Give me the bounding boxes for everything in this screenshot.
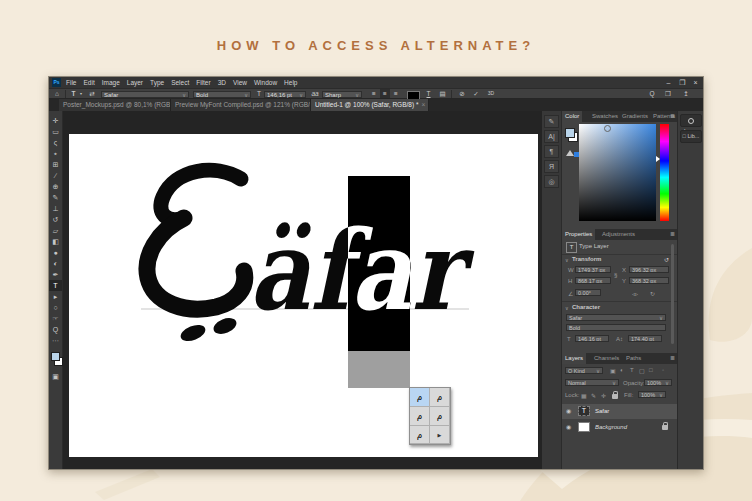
character-section-title[interactable]: Character [572, 304, 600, 310]
gradient-tool-icon[interactable]: ◧ [49, 236, 62, 247]
tab-gradients[interactable]: Gradients [619, 111, 651, 122]
text-orientation-icon[interactable]: ⇄ [87, 89, 97, 98]
rotate-icon[interactable]: ↻ [650, 290, 655, 297]
collapse-icon[interactable]: ∨ [565, 305, 569, 311]
opacity-field[interactable]: 100%∨ [644, 379, 672, 386]
lock-transparency-icon[interactable]: ▦ [581, 392, 587, 399]
character-leading-field[interactable]: 174,40 pt [628, 335, 662, 342]
type-tool-icon[interactable]: T [49, 280, 62, 291]
panel-menu-icon[interactable]: ≣ [670, 111, 675, 122]
lock-pixels-icon[interactable]: ✎ [591, 392, 596, 399]
3d-panel-icon[interactable]: ◎ [544, 175, 559, 188]
search-icon[interactable]: Q [647, 89, 657, 98]
angle-field[interactable]: 0,00° [575, 289, 601, 296]
eyedropper-tool-icon[interactable]: ∕ [49, 170, 62, 181]
tab-properties[interactable]: Properties [562, 229, 595, 240]
brushes-panel-icon[interactable]: ✎ [544, 115, 559, 128]
cancel-edits-icon[interactable]: ⊘ [457, 89, 467, 98]
layer-name[interactable]: Background [595, 424, 627, 430]
character-style-field[interactable]: Bold [566, 324, 666, 331]
quick-mask-icon[interactable]: ▣ [49, 371, 62, 382]
visibility-eye-icon[interactable]: ◉ [566, 404, 571, 419]
zoom-tool-icon[interactable]: Q [49, 324, 62, 335]
visibility-eye-icon[interactable]: ◉ [566, 420, 571, 435]
glyph-alternate-5[interactable]: م [410, 426, 430, 444]
glyph-alternate-4[interactable]: م [430, 407, 450, 426]
tab-untitled-1[interactable]: Untitled-1 @ 100% (Safar, RGB/8) *× [311, 99, 429, 111]
y-field[interactable]: 368,32 px [629, 277, 669, 284]
menu-filter[interactable]: Filter [196, 79, 210, 86]
canvas-area[interactable]: äfar äfar م م م م م ▶ [63, 111, 542, 469]
height-field[interactable]: 868,17 px [575, 277, 611, 284]
history-brush-tool-icon[interactable]: ↺ [49, 214, 62, 225]
flip-horizontal-icon[interactable]: ◃▹ [632, 290, 638, 297]
tab-paths[interactable]: Paths [623, 353, 644, 364]
menu-help[interactable]: Help [284, 79, 297, 86]
tab-layers[interactable]: Layers [562, 353, 586, 364]
align-center-icon[interactable]: ≡ [380, 89, 390, 98]
menu-image[interactable]: Image [102, 79, 120, 86]
layer-name[interactable]: Safar [595, 408, 609, 414]
learn-panel-button[interactable]: Learn [680, 114, 702, 127]
layer-thumbnail[interactable] [578, 422, 590, 432]
foreground-color-swatch[interactable] [51, 352, 60, 361]
share-icon[interactable]: ↥ [681, 89, 691, 98]
gamut-warning-icon[interactable] [566, 150, 574, 156]
type-tool-icon[interactable]: T [69, 89, 78, 98]
collapse-icon[interactable]: ∨ [565, 257, 569, 263]
move-tool-icon[interactable]: ✛ [49, 115, 62, 126]
filter-type-icon[interactable]: T [630, 367, 634, 373]
hand-tool-icon[interactable]: ☞ [49, 313, 62, 324]
glyph-alternate-2[interactable]: م [430, 388, 450, 407]
shape-tool-icon[interactable]: ○ [49, 302, 62, 313]
restore-button[interactable]: ❐ [676, 77, 689, 88]
panel-menu-icon[interactable]: ≣ [670, 353, 675, 364]
link-dimensions-icon[interactable]: § [614, 272, 617, 278]
layer-thumbnail[interactable]: T [578, 406, 590, 416]
commit-edits-icon[interactable]: ✓ [471, 89, 481, 98]
character-size-field[interactable]: 146,16 pt [575, 335, 609, 342]
dodge-tool-icon[interactable]: ◐ [49, 258, 62, 269]
tab-preview-myfont[interactable]: Preview MyFont Compiled.psd @ 121% (RGB/… [171, 99, 311, 111]
3d-icon[interactable]: 3D [485, 89, 497, 98]
layer-row-safar[interactable]: ◉ T Safar [562, 404, 677, 419]
width-field[interactable]: 1749,37 px [575, 266, 611, 273]
lock-all-icon[interactable] [612, 394, 618, 399]
tab-adjustments[interactable]: Adjustments [599, 229, 638, 240]
font-family-select[interactable]: ∨Safar [101, 91, 189, 98]
lasso-tool-icon[interactable]: ς [49, 137, 62, 148]
blur-tool-icon[interactable]: ● [49, 247, 62, 258]
x-field[interactable]: 396,32 px [629, 266, 669, 273]
marquee-tool-icon[interactable]: ▭ [49, 126, 62, 137]
tab-channels[interactable]: Channels [591, 353, 622, 364]
libraries-panel-button[interactable]: □ Lib... [680, 130, 702, 143]
home-icon[interactable]: ⌂ [52, 89, 62, 98]
saturation-brightness-square[interactable] [579, 124, 656, 221]
fill-field[interactable]: 100%∨ [638, 391, 666, 398]
workspace-icon[interactable]: ❐ [663, 89, 673, 98]
paragraph-panel-icon[interactable]: ¶ [544, 145, 559, 158]
filter-adjustment-icon[interactable]: ◐ [620, 367, 624, 373]
filter-smart-object-icon[interactable]: □ [649, 367, 653, 373]
healing-brush-tool-icon[interactable]: ⊕ [49, 181, 62, 192]
menu-edit[interactable]: Edit [83, 79, 94, 86]
glyph-popup-expander-icon[interactable]: ▶ [430, 426, 450, 444]
lock-position-icon[interactable]: ✛ [601, 392, 606, 399]
panel-menu-icon[interactable]: ≣ [670, 229, 675, 240]
blend-mode-select[interactable]: Normal∨ [565, 379, 619, 386]
menu-layer[interactable]: Layer [127, 79, 143, 86]
pen-tool-icon[interactable]: ✒ [49, 269, 62, 280]
character-font-select[interactable]: Safar∨ [566, 314, 666, 321]
menu-view[interactable]: View [233, 79, 247, 86]
tab-color[interactable]: Color [562, 111, 582, 122]
layer-row-background[interactable]: ◉ Background [562, 420, 677, 435]
tool-preset-arrow-icon[interactable]: ▾ [78, 89, 84, 98]
align-right-icon[interactable]: ≡ [391, 89, 401, 98]
layer-filter-search[interactable]: Q Kind ∨ [565, 367, 603, 374]
path-selection-tool-icon[interactable]: ▸ [49, 291, 62, 302]
menu-type[interactable]: Type [150, 79, 164, 86]
anti-alias-select[interactable]: ∨Sharp [322, 91, 362, 98]
hue-marker-icon[interactable] [656, 156, 660, 162]
brush-tool-icon[interactable]: ✎ [49, 192, 62, 203]
warp-text-icon[interactable]: T [424, 89, 433, 98]
